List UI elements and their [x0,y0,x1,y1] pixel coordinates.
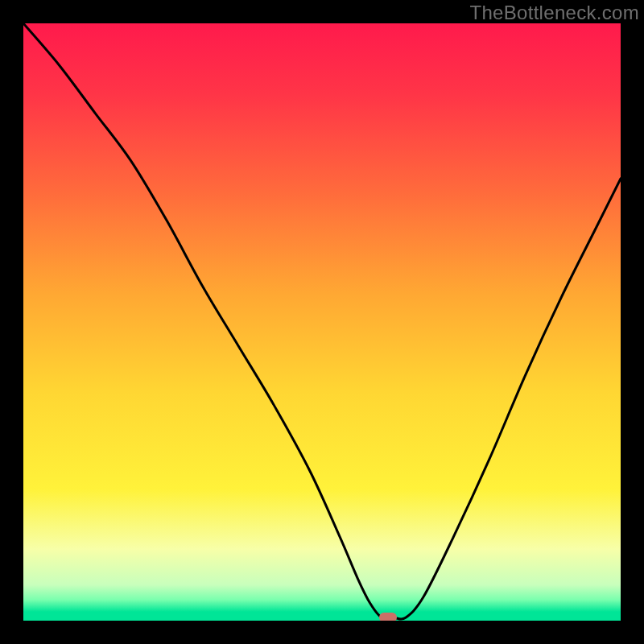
gradient-background [23,23,621,621]
svg-rect-0 [23,23,621,621]
watermark-text: TheBottleneck.com [469,2,639,24]
chart-frame: TheBottleneck.com [0,0,644,644]
optimal-point-marker [379,613,397,621]
plot-area [23,23,621,621]
